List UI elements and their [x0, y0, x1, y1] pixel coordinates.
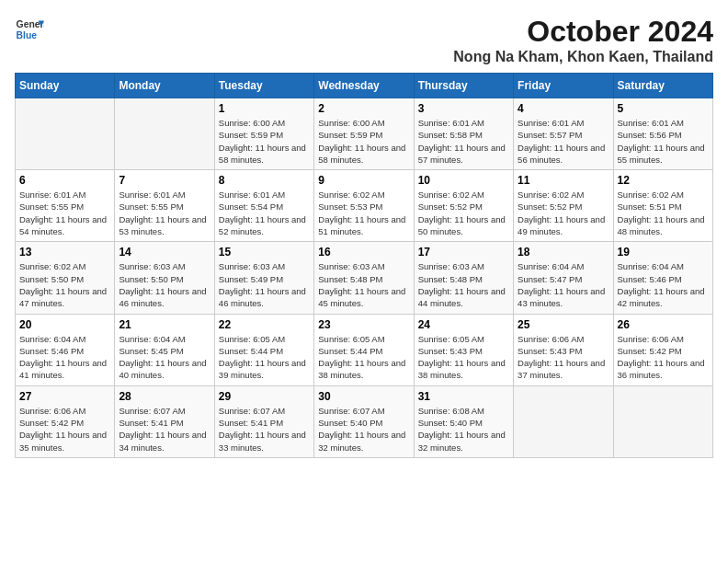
day-info: Sunrise: 6:02 AM Sunset: 5:53 PM Dayligh… [318, 189, 409, 237]
day-number: 15 [219, 246, 310, 259]
logo-icon: General Blue [15, 15, 44, 44]
calendar-week-row: 13Sunrise: 6:02 AM Sunset: 5:50 PM Dayli… [16, 242, 713, 314]
calendar-day-cell: 21Sunrise: 6:04 AM Sunset: 5:45 PM Dayli… [115, 314, 214, 385]
day-number: 29 [219, 390, 310, 403]
calendar-header-cell: Saturday [613, 74, 712, 98]
day-number: 21 [119, 318, 210, 331]
day-number: 16 [318, 246, 409, 259]
day-info: Sunrise: 6:04 AM Sunset: 5:46 PM Dayligh… [19, 333, 110, 382]
calendar-day-cell: 31Sunrise: 6:08 AM Sunset: 5:40 PM Dayli… [414, 385, 513, 457]
day-number: 13 [19, 246, 110, 259]
day-info: Sunrise: 6:08 AM Sunset: 5:40 PM Dayligh… [418, 405, 509, 454]
day-number: 25 [518, 318, 609, 331]
calendar-header-cell: Thursday [414, 74, 513, 98]
day-info: Sunrise: 6:04 AM Sunset: 5:45 PM Dayligh… [119, 333, 210, 382]
day-number: 12 [618, 174, 709, 187]
day-number: 11 [518, 174, 609, 187]
calendar-week-row: 20Sunrise: 6:04 AM Sunset: 5:46 PM Dayli… [16, 314, 713, 385]
day-info: Sunrise: 6:02 AM Sunset: 5:51 PM Dayligh… [618, 189, 709, 237]
calendar-week-row: 6Sunrise: 6:01 AM Sunset: 5:55 PM Daylig… [16, 170, 713, 242]
calendar-day-cell: 6Sunrise: 6:01 AM Sunset: 5:55 PM Daylig… [16, 170, 115, 242]
day-number: 9 [318, 174, 409, 187]
day-info: Sunrise: 6:04 AM Sunset: 5:46 PM Dayligh… [618, 260, 709, 309]
calendar-day-cell [514, 385, 613, 457]
calendar-day-cell: 12Sunrise: 6:02 AM Sunset: 5:51 PM Dayli… [613, 170, 712, 242]
day-info: Sunrise: 6:03 AM Sunset: 5:48 PM Dayligh… [418, 260, 509, 309]
calendar-header-cell: Wednesday [314, 74, 414, 98]
logo: General Blue [15, 15, 44, 44]
day-info: Sunrise: 6:07 AM Sunset: 5:41 PM Dayligh… [219, 405, 310, 454]
day-number: 27 [19, 390, 110, 403]
calendar-day-cell: 9Sunrise: 6:02 AM Sunset: 5:53 PM Daylig… [314, 170, 414, 242]
calendar-day-cell: 17Sunrise: 6:03 AM Sunset: 5:48 PM Dayli… [414, 242, 513, 314]
calendar-day-cell: 8Sunrise: 6:01 AM Sunset: 5:54 PM Daylig… [214, 170, 313, 242]
day-number: 8 [219, 174, 310, 187]
day-number: 28 [119, 390, 210, 403]
calendar-day-cell: 28Sunrise: 6:07 AM Sunset: 5:41 PM Dayli… [115, 385, 214, 457]
day-info: Sunrise: 6:06 AM Sunset: 5:43 PM Dayligh… [518, 333, 609, 382]
day-info: Sunrise: 6:07 AM Sunset: 5:40 PM Dayligh… [318, 405, 409, 454]
day-number: 24 [418, 318, 509, 331]
calendar-day-cell: 16Sunrise: 6:03 AM Sunset: 5:48 PM Dayli… [314, 242, 414, 314]
calendar-week-row: 1Sunrise: 6:00 AM Sunset: 5:59 PM Daylig… [16, 98, 713, 170]
day-number: 30 [318, 390, 409, 403]
day-info: Sunrise: 6:02 AM Sunset: 5:52 PM Dayligh… [518, 189, 609, 237]
day-number: 31 [418, 390, 509, 403]
day-number: 19 [618, 246, 709, 259]
day-number: 7 [119, 174, 210, 187]
day-number: 1 [219, 102, 310, 115]
calendar-header-cell: Monday [115, 74, 214, 98]
day-info: Sunrise: 6:01 AM Sunset: 5:58 PM Dayligh… [418, 117, 509, 166]
calendar-day-cell: 29Sunrise: 6:07 AM Sunset: 5:41 PM Dayli… [214, 385, 313, 457]
calendar-day-cell: 14Sunrise: 6:03 AM Sunset: 5:50 PM Dayli… [115, 242, 214, 314]
calendar-day-cell: 2Sunrise: 6:00 AM Sunset: 5:59 PM Daylig… [314, 98, 414, 170]
calendar-day-cell: 15Sunrise: 6:03 AM Sunset: 5:49 PM Dayli… [214, 242, 313, 314]
calendar-day-cell: 13Sunrise: 6:02 AM Sunset: 5:50 PM Dayli… [16, 242, 115, 314]
day-info: Sunrise: 6:05 AM Sunset: 5:43 PM Dayligh… [418, 333, 509, 382]
calendar-table: SundayMondayTuesdayWednesdayThursdayFrid… [15, 73, 713, 458]
calendar-day-cell: 30Sunrise: 6:07 AM Sunset: 5:40 PM Dayli… [314, 385, 414, 457]
day-info: Sunrise: 6:03 AM Sunset: 5:50 PM Dayligh… [119, 260, 210, 309]
day-info: Sunrise: 6:04 AM Sunset: 5:47 PM Dayligh… [518, 260, 609, 309]
day-info: Sunrise: 6:01 AM Sunset: 5:55 PM Dayligh… [119, 189, 210, 237]
day-number: 2 [318, 102, 409, 115]
day-info: Sunrise: 6:01 AM Sunset: 5:56 PM Dayligh… [618, 117, 709, 166]
day-number: 10 [418, 174, 509, 187]
calendar-body: 1Sunrise: 6:00 AM Sunset: 5:59 PM Daylig… [16, 98, 713, 458]
calendar-header-row: SundayMondayTuesdayWednesdayThursdayFrid… [16, 74, 713, 98]
calendar-day-cell [613, 385, 712, 457]
day-info: Sunrise: 6:01 AM Sunset: 5:55 PM Dayligh… [19, 189, 110, 237]
calendar-day-cell: 18Sunrise: 6:04 AM Sunset: 5:47 PM Dayli… [514, 242, 613, 314]
day-info: Sunrise: 6:02 AM Sunset: 5:50 PM Dayligh… [19, 260, 110, 309]
day-number: 5 [618, 102, 709, 115]
day-number: 18 [518, 246, 609, 259]
calendar-day-cell: 19Sunrise: 6:04 AM Sunset: 5:46 PM Dayli… [613, 242, 712, 314]
day-info: Sunrise: 6:00 AM Sunset: 5:59 PM Dayligh… [219, 117, 310, 166]
day-info: Sunrise: 6:03 AM Sunset: 5:48 PM Dayligh… [318, 260, 409, 309]
calendar-day-cell: 10Sunrise: 6:02 AM Sunset: 5:52 PM Dayli… [414, 170, 513, 242]
day-info: Sunrise: 6:03 AM Sunset: 5:49 PM Dayligh… [219, 260, 310, 309]
day-info: Sunrise: 6:01 AM Sunset: 5:57 PM Dayligh… [518, 117, 609, 166]
title-area: October 2024 Nong Na Kham, Khon Kaen, Th… [453, 15, 713, 65]
calendar-day-cell: 22Sunrise: 6:05 AM Sunset: 5:44 PM Dayli… [214, 314, 313, 385]
day-number: 14 [119, 246, 210, 259]
day-info: Sunrise: 6:05 AM Sunset: 5:44 PM Dayligh… [318, 333, 409, 382]
day-number: 22 [219, 318, 310, 331]
day-number: 23 [318, 318, 409, 331]
calendar-day-cell: 26Sunrise: 6:06 AM Sunset: 5:42 PM Dayli… [613, 314, 712, 385]
calendar-day-cell: 27Sunrise: 6:06 AM Sunset: 5:42 PM Dayli… [16, 385, 115, 457]
calendar-day-cell: 25Sunrise: 6:06 AM Sunset: 5:43 PM Dayli… [514, 314, 613, 385]
day-info: Sunrise: 6:05 AM Sunset: 5:44 PM Dayligh… [219, 333, 310, 382]
day-number: 20 [19, 318, 110, 331]
calendar-day-cell [115, 98, 214, 170]
calendar-header-cell: Friday [514, 74, 613, 98]
calendar-day-cell: 5Sunrise: 6:01 AM Sunset: 5:56 PM Daylig… [613, 98, 712, 170]
svg-text:Blue: Blue [17, 30, 38, 40]
day-info: Sunrise: 6:02 AM Sunset: 5:52 PM Dayligh… [418, 189, 509, 237]
calendar-day-cell: 1Sunrise: 6:00 AM Sunset: 5:59 PM Daylig… [214, 98, 313, 170]
day-info: Sunrise: 6:01 AM Sunset: 5:54 PM Dayligh… [219, 189, 310, 237]
calendar-day-cell: 3Sunrise: 6:01 AM Sunset: 5:58 PM Daylig… [414, 98, 513, 170]
calendar-day-cell: 4Sunrise: 6:01 AM Sunset: 5:57 PM Daylig… [514, 98, 613, 170]
calendar-day-cell: 24Sunrise: 6:05 AM Sunset: 5:43 PM Dayli… [414, 314, 513, 385]
day-info: Sunrise: 6:07 AM Sunset: 5:41 PM Dayligh… [119, 405, 210, 454]
